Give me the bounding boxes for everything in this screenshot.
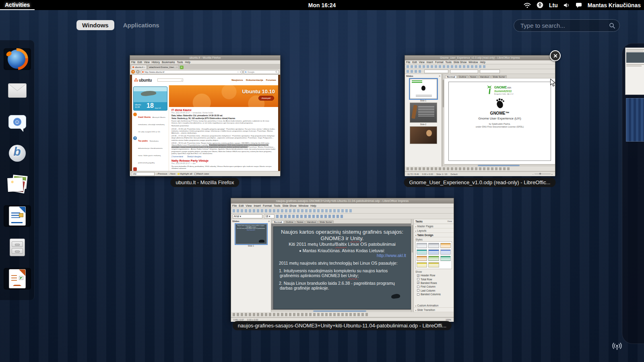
- tab-applications[interactable]: Applications: [123, 22, 159, 29]
- search-engine-name: Google: [248, 71, 275, 73]
- canvas-hscrollbar[interactable]: [271, 310, 411, 312]
- impress1-titlebar: Gnome_User_Experience_v1.0.odp (read-onl…: [405, 56, 555, 60]
- keyboard-layout-indicator[interactable]: Ltu: [549, 2, 558, 8]
- logo-asia-text: .ASIA: [507, 87, 511, 89]
- section-custom-animation: ▸Custom Animation: [414, 303, 454, 308]
- impress-document-icon: [9, 269, 25, 288]
- window-close-button[interactable]: [550, 50, 561, 61]
- article-paragraph: Numatomi pranešimai:: [171, 125, 276, 127]
- slide-thumbnail-1: [410, 79, 437, 99]
- user-menu[interactable]: Mantas Kriaučiūnas: [588, 2, 641, 8]
- dock-item-nautilus-files[interactable]: [4, 237, 31, 258]
- dock-item-shotwell-photos[interactable]: [4, 174, 31, 195]
- article-heading: Natty Release Party Vilniuje: [171, 159, 276, 162]
- dock-item-evolution-mail[interactable]: [4, 80, 31, 101]
- view-tab-outline: Outline: [284, 220, 295, 223]
- accessibility-icon[interactable]: [537, 2, 543, 8]
- article-paragraph: Kaune vyks konferencija IT Diena, kurioj…: [171, 120, 276, 124]
- window-thumbnail-impress-gnome-ux[interactable]: Gnome_User_Experience_v1.0.odp (read-onl…: [405, 55, 555, 176]
- find-input: [131, 172, 155, 176]
- mini-text-lines: [418, 106, 434, 117]
- site-sidebar: ubuntu 11.04 18 days left Gauk Ubuntu At…: [132, 85, 169, 171]
- site-nav-links: Naujienos Dokumentacija Forumas: [231, 79, 276, 81]
- table-style-swatch: [417, 262, 427, 267]
- nav-link: Naujienos: [231, 79, 243, 81]
- find-previous-button: ‹ Previous: [157, 173, 167, 175]
- checkbox-icon: [417, 289, 419, 292]
- site-header: ubuntu ⌕ Naujienos Dokumentacija Forumas: [132, 75, 278, 85]
- browser-tab-inactive: attachment:Gnome_User... x: [148, 65, 179, 69]
- menu-item-view: View: [246, 204, 252, 207]
- impress2-view-tabs: Normal Outline Notes Handout Slide Sorte…: [271, 219, 411, 224]
- window-thumbnail-firefox[interactable]: ubuntu.lt - Mozilla Firefox File Edit Vi…: [130, 55, 281, 176]
- dock-item-empathy-chat[interactable]: ☺: [4, 111, 31, 133]
- sidebar-card-isitrauk: Įsitrauk Pasidalink savo techninėmis žin…: [133, 167, 167, 171]
- menu-item-bookmarks: Bookmarks: [162, 61, 175, 64]
- impress1-menubar: File Edit View Insert Format Tools Slide…: [405, 60, 555, 64]
- search-input[interactable]: [520, 22, 609, 29]
- slide-gnome3-unity: Naujos kartos operacinių sistemų grafinė…: [273, 226, 411, 309]
- mini-gnome-logo: [412, 80, 422, 84]
- bullet-icon: [299, 250, 301, 252]
- table-style-swatch: [440, 256, 451, 261]
- slide-label: Slide 1: [231, 245, 271, 247]
- canvas-hscrollbar[interactable]: [444, 164, 555, 167]
- dock-item-libreoffice-impress[interactable]: [4, 268, 31, 290]
- canvas-vscrollbar[interactable]: [411, 219, 413, 312]
- download-button: Atsisiųsk!: [258, 96, 274, 101]
- window-caption-impress2: naujos-grafines-sasajos-GNOME3+Unity+kit…: [233, 321, 452, 330]
- table-style-swatch: [417, 249, 427, 255]
- search-box[interactable]: [514, 19, 620, 32]
- ubuntu-favicon: [132, 66, 134, 68]
- tab-windows[interactable]: Windows: [76, 20, 114, 30]
- table-style-swatch: [428, 262, 439, 267]
- byline: under GNU Free Documentation License (GF…: [476, 125, 524, 128]
- dock-item-banshee[interactable]: b: [4, 142, 31, 164]
- drawing-toolbar-icons: [407, 167, 511, 170]
- checkbox-icon: [417, 286, 419, 288]
- banshee-icon: b: [9, 145, 26, 162]
- menu-item-window: Window: [469, 61, 478, 64]
- drawing-toolbar-icons: [233, 313, 369, 316]
- slides-panel: Slides× Naujos kartos operacinių sistemų…: [231, 219, 271, 312]
- article-paragraph: Šių metų balandžio 29 dieną, penktadienį…: [171, 165, 276, 169]
- firefox-find-bar: ‹ Previous › Next Highlight all Match ca…: [130, 171, 280, 176]
- menu-item-insert: Insert: [427, 61, 433, 64]
- slide-image: [411, 105, 417, 119]
- view-tab-outline: Outline: [457, 75, 468, 78]
- menu-item-edit: Edit: [412, 61, 417, 64]
- standard-toolbar: [231, 208, 454, 214]
- chat-status-icon[interactable]: [576, 2, 582, 8]
- checkbox-first-column: First Column: [414, 285, 454, 288]
- menu-item-tools: Tools: [446, 61, 452, 64]
- search-icon: [609, 23, 615, 29]
- menu-item-tools: Tools: [177, 61, 183, 64]
- volume-icon[interactable]: [564, 2, 570, 8]
- cursor-position: 11.72 / 8.46: [407, 173, 419, 175]
- tasks-title: Tasks: [415, 220, 423, 223]
- dock-item-libreoffice-writer[interactable]: [4, 205, 31, 227]
- slide-item-1: 1. Intuityvesnis naudojimasis kompiuteri…: [277, 268, 408, 278]
- workspace-switcher: [622, 43, 644, 344]
- toolbar-icons: [407, 70, 423, 73]
- clock[interactable]: Mon 16:24: [308, 2, 336, 8]
- mail-icon: [8, 83, 27, 98]
- wifi-icon[interactable]: [524, 2, 531, 8]
- activities-button[interactable]: Activities: [0, 0, 35, 10]
- workspace-thumbnail-1[interactable]: [625, 47, 644, 95]
- article-heading: IT diena Kaune: [171, 109, 276, 111]
- workspace-thumbnail-2[interactable]: [626, 98, 644, 142]
- menu-item-view: View: [144, 61, 150, 64]
- broadcast-network-tray-icon[interactable]: [611, 340, 623, 354]
- checkbox-icon: [194, 173, 196, 175]
- slide-photo: [426, 130, 432, 136]
- panel-close-icon: ×: [439, 75, 440, 77]
- checkbox-icon: [417, 274, 419, 277]
- window-thumbnail-impress-lithuanian[interactable]: naujos-grafines-sasajos-GNOME3+Unity+kit…: [231, 198, 454, 322]
- top-bar: Activities Mon 16:24 Ltu: [0, 0, 644, 10]
- menu-item-window: Window: [298, 204, 308, 207]
- table-style-swatch: [428, 243, 439, 248]
- dock-item-firefox[interactable]: [4, 48, 31, 70]
- section-table-design: ▾Table Design: [414, 233, 454, 237]
- card-title: Gauk Ubuntu: [138, 116, 151, 118]
